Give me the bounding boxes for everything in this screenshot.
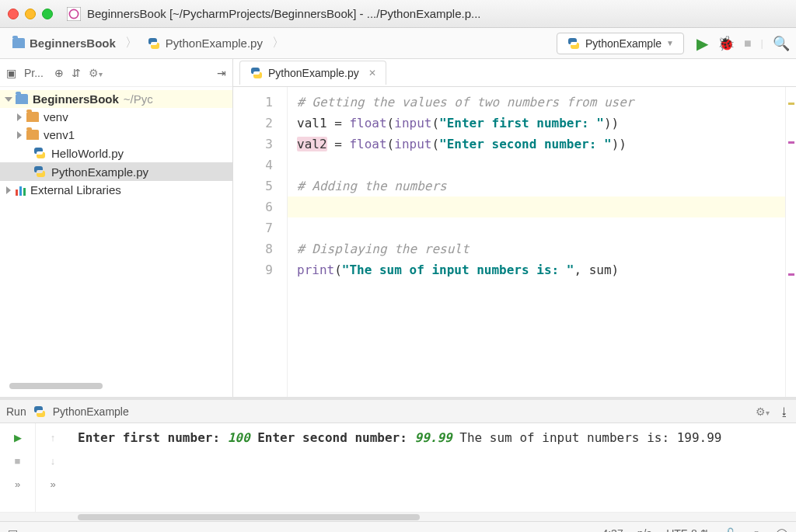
breadcrumb-separator: 〉: [125, 35, 138, 51]
python-file-icon: [147, 37, 161, 50]
breadcrumb-project[interactable]: BeginnersBook: [6, 33, 122, 53]
tree-external-libraries[interactable]: External Libraries: [0, 181, 232, 199]
python-file-icon: [250, 66, 264, 80]
breadcrumb-file[interactable]: PythonExample.py: [141, 33, 269, 54]
run-body: ▶ ■ » ↑ ↓ » Enter first number: 100 Ente…: [0, 423, 796, 512]
run-settings-icon[interactable]: ⚙▾: [756, 405, 770, 418]
tree-folder-venv[interactable]: venv: [0, 108, 232, 126]
run-config-label: PythonExample: [585, 37, 662, 50]
window-title: BeginnersBook [~/PycharmProjects/Beginne…: [87, 7, 481, 20]
code[interactable]: # Getting the values of two numbers from…: [288, 87, 785, 397]
python-file-icon: [567, 37, 581, 50]
expand-icon[interactable]: [6, 186, 11, 194]
tree-item-label: PythonExample.py: [51, 165, 148, 179]
info-marker[interactable]: [788, 141, 794, 144]
inspector-icon[interactable]: ☺: [751, 527, 762, 533]
run-tool-window: Run PythonExample ⚙▾ ⭳ ▶ ■ » ↑ ↓ » Enter…: [0, 397, 796, 521]
hide-icon[interactable]: ⇥: [217, 67, 226, 79]
project-title: Pr...: [24, 67, 44, 79]
project-tool-window: ▣ Pr... ⊕ ⇵ ⚙▾ ⇥ BeginnersBook ~/Pyc ven…: [0, 59, 233, 397]
run-output[interactable]: Enter first number: 100 Enter second num…: [70, 423, 796, 512]
folder-icon: [16, 94, 28, 104]
more-stack-button[interactable]: »: [44, 475, 62, 493]
pycharm-icon: [67, 7, 81, 21]
navigation-bar: BeginnersBook 〉 PythonExample.py 〉 Pytho…: [0, 28, 796, 59]
debug-button[interactable]: 🐞: [717, 35, 735, 52]
run-button[interactable]: ▶: [696, 34, 708, 53]
settings-icon[interactable]: ⚙▾: [89, 67, 103, 79]
main-area: ▣ Pr... ⊕ ⇵ ⚙▾ ⇥ BeginnersBook ~/Pyc ven…: [0, 59, 796, 397]
breadcrumb-label: BeginnersBook: [30, 37, 116, 50]
run-scrollbar[interactable]: [78, 514, 420, 520]
markers-gutter: [785, 87, 796, 397]
editor-tabs: PythonExample.py ✕: [233, 59, 796, 87]
lock-icon[interactable]: 🔓: [724, 527, 737, 533]
warning-marker[interactable]: [788, 103, 794, 105]
line-separator[interactable]: n/a: [637, 527, 652, 533]
tree-item-label: venv: [44, 110, 68, 123]
locate-icon[interactable]: ⊕: [54, 67, 64, 79]
minimize-window-button[interactable]: [25, 9, 36, 19]
libraries-icon: [16, 185, 26, 196]
run-config-name: PythonExample: [53, 405, 129, 418]
python-file-icon: [33, 405, 47, 419]
rerun-button[interactable]: ▶: [9, 428, 27, 447]
editor: PythonExample.py ✕ 123456789 # Getting t…: [233, 59, 796, 397]
tree-item-label: HelloWorld.py: [51, 147, 124, 160]
maximize-window-button[interactable]: [42, 9, 53, 19]
tree-root[interactable]: BeginnersBook ~/Pyc: [0, 90, 232, 108]
more-run-button[interactable]: »: [9, 475, 27, 493]
search-button[interactable]: 🔍: [773, 35, 790, 52]
run-scrollbar-track: [0, 512, 796, 521]
expand-icon[interactable]: [5, 97, 12, 102]
python-file-icon: [33, 146, 47, 160]
current-line-highlight: [288, 196, 785, 217]
editor-tab-pythonexample[interactable]: PythonExample.py ✕: [239, 61, 386, 85]
python-file-icon: [33, 165, 47, 179]
up-stack-button[interactable]: ↑: [44, 428, 62, 447]
tree-item-label: venv1: [44, 128, 75, 141]
folder-icon: [26, 112, 39, 122]
down-stack-button[interactable]: ↓: [44, 451, 62, 470]
code-area[interactable]: 123456789 # Getting the values of two nu…: [233, 87, 796, 397]
caret-position[interactable]: 4:37: [602, 527, 623, 533]
folder-icon: [26, 130, 39, 140]
status-bar: ▣ 4:37 n/a UTF-8 ⇅ 🔓 ☺ ◯: [0, 521, 796, 532]
tree-file-helloworld[interactable]: HelloWorld.py: [0, 144, 232, 162]
title-bar: BeginnersBook [~/PycharmProjects/Beginne…: [0, 0, 796, 28]
close-tab-icon[interactable]: ✕: [368, 68, 376, 78]
collapse-icon[interactable]: ⇵: [72, 67, 81, 79]
run-header: Run PythonExample ⚙▾ ⭳: [0, 400, 796, 423]
tree-item-label: External Libraries: [30, 183, 121, 196]
editor-tab-label: PythonExample.py: [268, 67, 359, 79]
stop-button[interactable]: ■: [744, 37, 752, 50]
chevron-down-icon: ▼: [666, 39, 674, 47]
run-toolbar: ▶ 🐞 ■ | 🔍: [696, 34, 790, 53]
gutter: 123456789: [233, 87, 288, 397]
expand-icon[interactable]: [17, 113, 22, 121]
run-controls: ▶ ■ » ↑ ↓ »: [0, 423, 70, 512]
info-marker[interactable]: [788, 273, 794, 276]
breadcrumb-separator: 〉: [272, 35, 285, 51]
windows-icon[interactable]: ▣: [8, 527, 18, 533]
run-label: Run: [6, 405, 26, 418]
expand-icon[interactable]: [17, 131, 22, 139]
breadcrumb-label: PythonExample.py: [166, 37, 263, 50]
tree-root-label: BeginnersBook: [33, 92, 119, 106]
tree-file-pythonexample[interactable]: PythonExample.py: [0, 162, 232, 181]
project-view-icon[interactable]: ▣: [6, 67, 16, 79]
feedback-icon[interactable]: ◯: [776, 527, 788, 533]
tree-folder-venv1[interactable]: venv1: [0, 126, 232, 144]
run-config-selector[interactable]: PythonExample ▼: [557, 33, 684, 54]
close-window-button[interactable]: [8, 9, 19, 19]
project-tree: BeginnersBook ~/Pyc venv venv1 HelloWorl…: [0, 87, 232, 380]
download-icon[interactable]: ⭳: [779, 405, 790, 418]
file-encoding[interactable]: UTF-8 ⇅: [666, 527, 710, 533]
tree-root-path: ~/Pyc: [124, 92, 153, 106]
stop-run-button[interactable]: ■: [9, 451, 27, 470]
project-toolbar: ▣ Pr... ⊕ ⇵ ⚙▾ ⇥: [0, 59, 232, 87]
folder-icon: [12, 38, 25, 48]
sidebar-scrollbar[interactable]: [9, 383, 103, 389]
